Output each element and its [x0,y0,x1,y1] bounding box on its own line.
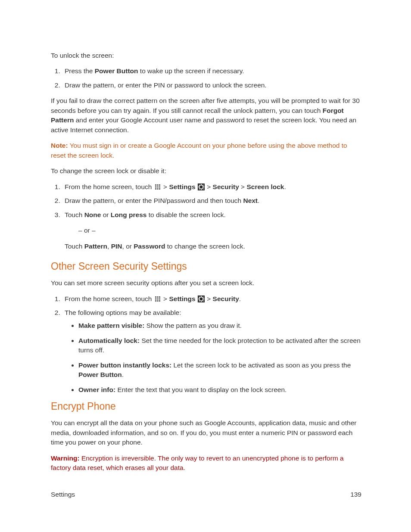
text: Press the [65,67,95,75]
text: Draw the pattern, or enter the PIN/passw… [65,197,243,204]
svg-rect-24 [155,298,156,299]
text: > [162,183,169,190]
list-item: The following options may be available: … [62,308,361,395]
bold-text: Owner info: [78,386,115,393]
svg-rect-23 [159,296,160,298]
note-paragraph: Note: You must sign in or create a Googl… [51,141,361,160]
list-item: Owner info: Enter the text that you want… [78,385,361,395]
list-item: Press the Power Button to wake up the sc… [62,66,361,76]
bold-text: Next [243,197,258,204]
other-steps-list: From the home screen, touch > Settings >… [51,294,361,395]
svg-rect-33 [201,301,202,302]
text: or [101,211,110,218]
svg-rect-6 [159,186,160,187]
text: to change the screen lock. [165,243,245,250]
document-page: To unlock the screen: Press the Power Bu… [0,0,411,532]
svg-rect-22 [157,296,158,298]
bold-text: Settings [169,183,195,190]
svg-rect-15 [203,187,204,187]
svg-rect-9 [159,188,160,190]
bold-text: Power Button [95,67,138,75]
settings-gear-icon [198,184,205,190]
text: . [258,197,259,204]
svg-rect-14 [198,187,199,187]
text: The following options may be available: [65,309,181,316]
text: Show the pattern as you draw it. [144,322,242,329]
text: > [162,295,169,302]
text: to wake up the screen if necessary. [138,67,244,75]
svg-rect-28 [157,300,158,302]
text: . [284,183,286,190]
svg-rect-21 [155,296,156,298]
bold-text: Security [213,295,239,302]
bold-text: Long press [111,211,147,218]
text: . [239,295,241,302]
change-intro: To change the screen lock or disable it: [51,166,361,176]
encrypt-intro: You can encrypt all the data on your pho… [51,418,361,447]
svg-rect-35 [203,299,204,299]
svg-rect-29 [159,300,160,302]
svg-rect-25 [157,298,158,299]
text: > [205,295,213,302]
list-item: Make pattern visible: Show the pattern a… [78,321,361,330]
svg-rect-4 [155,186,156,187]
svg-rect-8 [157,188,158,190]
bold-text: None [84,211,101,218]
note-label: Note: [51,142,68,149]
text: Touch [65,243,84,250]
bold-text: Screen lock [246,183,284,190]
warning-paragraph: Warning: Encryption is irreversible. The… [51,454,361,473]
list-item: Automatically lock: Set the time needed … [78,336,361,355]
page-footer: Settings 139 [51,491,361,498]
text: . [122,371,124,378]
text: From the home screen, touch [65,183,154,190]
svg-rect-2 [157,184,158,186]
svg-rect-3 [159,184,160,186]
text: , or [122,243,134,250]
svg-rect-27 [155,300,156,302]
settings-gear-icon [198,296,205,302]
svg-rect-7 [155,188,156,190]
text: > [205,183,213,190]
svg-rect-26 [159,298,160,299]
text: Draw the pattern, or enter the PIN or pa… [65,81,267,89]
bold-text: Automatically lock: [78,337,140,344]
text: to disable the screen lock. [146,211,226,218]
text: > [239,183,247,190]
text: Let the screen lock to be activated as s… [171,361,351,369]
list-item: Draw the pattern, or enter the PIN/passw… [62,196,361,205]
bold-text: Power button instantly locks: [78,361,171,369]
bold-text: Password [134,243,165,250]
svg-rect-12 [201,184,202,185]
text: Touch [65,211,84,218]
text: From the home screen, touch [65,295,154,302]
svg-rect-13 [201,189,202,190]
svg-rect-32 [201,296,202,297]
svg-rect-34 [198,299,199,299]
bold-text: Security [213,183,239,190]
note-text: You must sign in or create a Google Acco… [51,142,347,159]
list-item: From the home screen, touch > Settings >… [62,294,361,304]
bold-text: PIN [111,243,122,250]
footer-page-number: 139 [350,491,361,498]
fail-paragraph: If you fail to draw the correct pattern … [51,96,361,135]
text: Enter the text that you want to display … [115,386,286,393]
apps-grid-icon [154,184,161,190]
text: and enter your Google Account user name … [51,116,356,133]
footer-section-name: Settings [51,491,75,498]
list-item: Draw the pattern, or enter the PIN or pa… [62,81,361,90]
warning-text: Encryption is irreversible. The only way… [51,454,344,471]
bold-text: Power Button [78,371,122,378]
bold-text: Pattern [84,243,107,250]
change-steps-list: From the home screen, touch > Settings >… [51,182,361,251]
or-text: – or – [78,226,361,235]
unlock-steps-list: Press the Power Button to wake up the sc… [51,66,361,90]
other-intro: You can set more screen security options… [51,278,361,288]
intro-paragraph: To unlock the screen: [51,51,361,60]
svg-rect-1 [155,184,156,186]
text: , [107,243,111,250]
heading-encrypt: Encrypt Phone [51,401,361,412]
bold-text: Make pattern visible: [78,322,144,329]
text: If you fail to draw the correct pattern … [51,97,360,114]
list-item: From the home screen, touch > Settings >… [62,182,361,192]
